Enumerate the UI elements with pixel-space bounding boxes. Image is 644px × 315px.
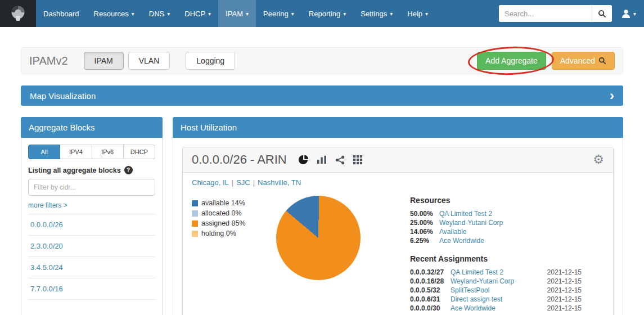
nav-items: Dashboard Resources▾ DNS▾ DHCP▾ IPAM▾ Pe… (36, 0, 435, 27)
tab-vlan[interactable]: VLAN (128, 52, 170, 70)
aggregate-filter-tabs: All IPV4 IPv6 DHCP (28, 145, 155, 159)
search-input[interactable] (499, 5, 592, 22)
tab-ipv4[interactable]: IPV4 (60, 145, 92, 159)
recent-assignments-title: Recent Assignments (410, 254, 582, 263)
header-actions: Add Aggregate Advanced (477, 52, 615, 70)
bar-chart-icon[interactable] (317, 155, 327, 164)
listing-label-row: Listing all aggregate blocks ? (28, 166, 155, 174)
utilization-block: 0.0.0.0/26 - ARIN (182, 147, 614, 315)
legend-swatch (192, 200, 198, 206)
breadcrumb: Chicago, IL|SJC|Nashville, TN (183, 173, 613, 187)
nav-item-resources[interactable]: Resources▾ (87, 0, 142, 27)
tab-logging[interactable]: Logging (186, 52, 235, 70)
breadcrumb-separator: | (232, 178, 233, 187)
assignment-link[interactable]: Ace Worldwide (451, 304, 542, 313)
nav-item-settings[interactable]: Settings▾ (353, 0, 400, 27)
add-aggregate-button[interactable]: Add Aggregate (477, 52, 546, 70)
pie-chart (276, 196, 361, 280)
list-item: 2.3.0.0/20 (28, 236, 155, 257)
location-link[interactable]: SJC (236, 178, 250, 187)
user-icon (621, 8, 631, 19)
table-row: 14.06%Available (410, 227, 582, 236)
cidr-filter-input[interactable] (28, 179, 155, 196)
resource-link[interactable]: Available (439, 227, 466, 236)
nav-item-reporting[interactable]: Reporting▾ (301, 0, 353, 27)
legend-item-available: available 14% (192, 199, 266, 207)
tab-dhcp[interactable]: DHCP (124, 145, 155, 159)
table-row: 0.0.0.16/28Weyland-Yutani Corp2021-12-15 (410, 277, 582, 286)
tab-all[interactable]: All (28, 145, 60, 159)
user-menu[interactable]: ▾ (621, 8, 636, 19)
nav-item-help[interactable]: Help▾ (400, 0, 435, 27)
legend-item-holding: holding 0% (192, 230, 266, 237)
resource-pct: 25.00% (410, 218, 439, 227)
caret-down-icon: ▾ (132, 11, 134, 17)
map-visualization-title: Map Visualization (30, 91, 96, 101)
list-item: 7.7.0.0/16 (28, 278, 155, 300)
caret-down-icon: ▾ (343, 11, 346, 17)
block-link[interactable]: 0.0.0.0/26 (30, 220, 63, 229)
nav-item-ipam[interactable]: IPAM▾ (218, 0, 256, 27)
caret-down-icon: ▾ (425, 11, 428, 17)
nav-label: DNS (149, 10, 164, 18)
assignment-link[interactable]: Weyland-Yutani Corp (451, 277, 542, 286)
assignment-date: 2021-12-15 (542, 277, 582, 286)
location-link[interactable]: Chicago, IL (192, 178, 229, 187)
resource-link[interactable]: QA Limited Test 2 (439, 209, 492, 218)
page-header: IPAMv2 IPAM VLAN Logging Add Aggregate A… (21, 47, 623, 74)
caret-down-icon: ▾ (167, 11, 170, 17)
help-icon[interactable]: ? (124, 166, 133, 174)
nav-item-dns[interactable]: DNS▾ (142, 0, 177, 27)
search-button[interactable] (592, 5, 612, 22)
caret-down-icon: ▾ (246, 11, 249, 17)
resource-link[interactable]: Ace Worldwide (439, 236, 484, 245)
tab-ipv6[interactable]: IPv6 (92, 145, 124, 159)
search-icon (598, 57, 606, 65)
gear-icon[interactable]: ⚙ (593, 154, 604, 166)
nav-label: Peering (263, 10, 289, 18)
pie-legend: available 14% allocated 0% assigned 85% … (192, 196, 266, 313)
map-visualization-bar[interactable]: Map Visualization › (21, 86, 623, 106)
utilization-block-header: 0.0.0.0/26 - ARIN (183, 147, 613, 173)
table-row: 50.00%QA Limited Test 2 (410, 209, 582, 218)
block-link[interactable]: 3.4.5.0/24 (30, 263, 63, 272)
assignment-link[interactable]: QA Limited Test 2 (451, 268, 542, 277)
nav-label: Resources (94, 10, 129, 18)
caret-down-icon: ▾ (208, 11, 211, 17)
assignment-link[interactable]: SplitTestPool (451, 286, 542, 295)
legend-swatch (192, 210, 198, 217)
resource-link[interactable]: Weyland-Yutani Corp (439, 218, 503, 227)
block-link[interactable]: 2.3.0.0/20 (30, 242, 63, 250)
chevron-right-icon[interactable]: › (610, 89, 614, 102)
table-row: 0.0.0.32/27QA Limited Test 22021-12-15 (410, 268, 582, 277)
share-icon[interactable] (335, 155, 345, 165)
assignment-cidr: 0.0.0.5/32 (410, 286, 451, 295)
breadcrumb-separator: | (253, 178, 255, 187)
table-row: 6.25%Ace Worldwide (410, 236, 582, 245)
assignment-date: 2021-12-15 (542, 286, 582, 295)
table-row: 0.0.0.6/31Direct assign test2021-12-15 (410, 295, 582, 304)
recent-assignments: Recent Assignments 0.0.0.32/27QA Limited… (410, 254, 582, 313)
add-aggregate-wrap: Add Aggregate (477, 52, 546, 70)
more-filters-link[interactable]: more filters > (28, 201, 67, 209)
pie-chart-icon[interactable] (298, 155, 308, 165)
location-link[interactable]: Nashville, TN (258, 178, 301, 187)
assignment-date: 2021-12-15 (542, 268, 582, 277)
caret-down-icon: ▾ (633, 11, 636, 17)
grid-icon[interactable] (353, 155, 363, 165)
table-row: 0.0.0.0/30Ace Worldwide2021-12-15 (410, 304, 582, 313)
info-column: Resources 50.00%QA Limited Test 2 25.00%… (410, 196, 582, 313)
resource-pct: 6.25% (410, 236, 439, 245)
nav-label: Help (407, 10, 422, 18)
legend-item-assigned: assigned 85% (192, 219, 266, 227)
nav-item-dhcp[interactable]: DHCP▾ (177, 0, 218, 27)
advanced-label: Advanced (560, 56, 595, 65)
nav-item-peering[interactable]: Peering▾ (256, 0, 301, 27)
block-link[interactable]: 7.7.0.0/16 (30, 285, 63, 293)
tab-ipam[interactable]: IPAM (84, 52, 124, 70)
advanced-button[interactable]: Advanced (552, 52, 615, 70)
nav-item-dashboard[interactable]: Dashboard (36, 0, 87, 27)
assignment-link[interactable]: Direct assign test (451, 295, 542, 304)
brand-logo[interactable] (0, 0, 36, 27)
assignment-cidr: 0.0.0.16/28 (410, 277, 451, 286)
